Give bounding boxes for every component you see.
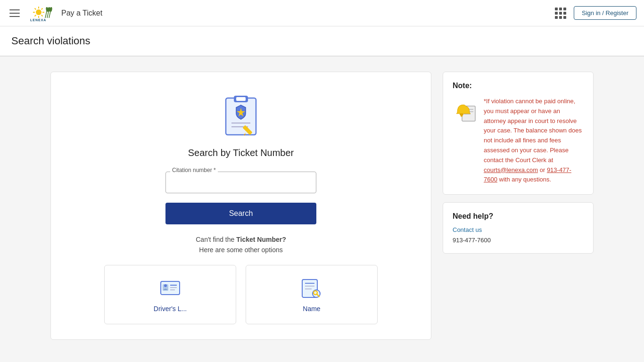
- drivers-license-label: Driver's L...: [154, 305, 187, 313]
- note-content: *If violation cannot be paid online, you…: [453, 97, 584, 185]
- hamburger-menu-icon[interactable]: [8, 8, 22, 19]
- notification-bell-icon: [453, 97, 478, 122]
- svg-text:LENEXA: LENEXA: [30, 18, 46, 22]
- citation-number-label: Citation number *: [170, 167, 218, 173]
- note-card: Note: *If violation cannot be paid onlin…: [443, 72, 594, 195]
- help-phone: 913-477-7600: [453, 237, 491, 244]
- name-label: Name: [303, 305, 320, 313]
- contact-us-link[interactable]: Contact us: [453, 226, 584, 233]
- apps-grid-icon[interactable]: [553, 6, 568, 21]
- ticket-illustration-icon: [217, 91, 264, 138]
- help-heading: Need help?: [453, 212, 584, 221]
- cant-find-text: Can't find the Ticket Number?: [196, 236, 286, 243]
- drivers-license-icon: [159, 277, 182, 299]
- help-card: Need help? Contact us 913-477-7600: [443, 202, 594, 254]
- header-left: LENEXA KANSAS Pay a Ticket: [8, 5, 102, 22]
- search-button[interactable]: Search: [165, 203, 316, 224]
- sub-header: Search violations: [0, 26, 644, 57]
- logo-area: LENEXA KANSAS: [29, 5, 54, 22]
- lenexa-logo-icon: LENEXA KANSAS: [29, 5, 54, 22]
- svg-point-44: [461, 115, 463, 117]
- svg-point-1: [36, 9, 41, 15]
- citation-input-group: Citation number *: [165, 172, 316, 193]
- note-heading: Note:: [453, 82, 584, 90]
- page-title: Search violations: [11, 35, 633, 47]
- svg-rect-20: [236, 97, 246, 101]
- note-email-link[interactable]: courts@lenexa.com: [484, 166, 538, 173]
- search-card: Search by Ticket Number Citation number …: [50, 72, 431, 340]
- search-card-heading: Search by Ticket Number: [188, 148, 294, 158]
- note-panel: Note: *If violation cannot be paid onlin…: [443, 72, 594, 340]
- name-search-icon: [300, 277, 323, 299]
- other-options-text: Here are some other options: [199, 246, 282, 254]
- header: LENEXA KANSAS Pay a Ticket Sign in / Reg…: [0, 0, 644, 26]
- svg-point-28: [164, 284, 167, 287]
- page-title-nav: Pay a Ticket: [61, 9, 102, 17]
- header-right: Sign in / Register: [553, 6, 636, 21]
- main-content: Search by Ticket Number Citation number …: [39, 57, 605, 355]
- drivers-license-option-card[interactable]: Driver's L...: [104, 265, 236, 324]
- option-cards: Driver's L... Name: [62, 265, 420, 324]
- note-text: *If violation cannot be paid online, you…: [484, 97, 584, 185]
- sign-in-button[interactable]: Sign in / Register: [574, 6, 636, 20]
- citation-number-input[interactable]: [165, 172, 316, 193]
- name-search-option-card[interactable]: Name: [246, 265, 378, 324]
